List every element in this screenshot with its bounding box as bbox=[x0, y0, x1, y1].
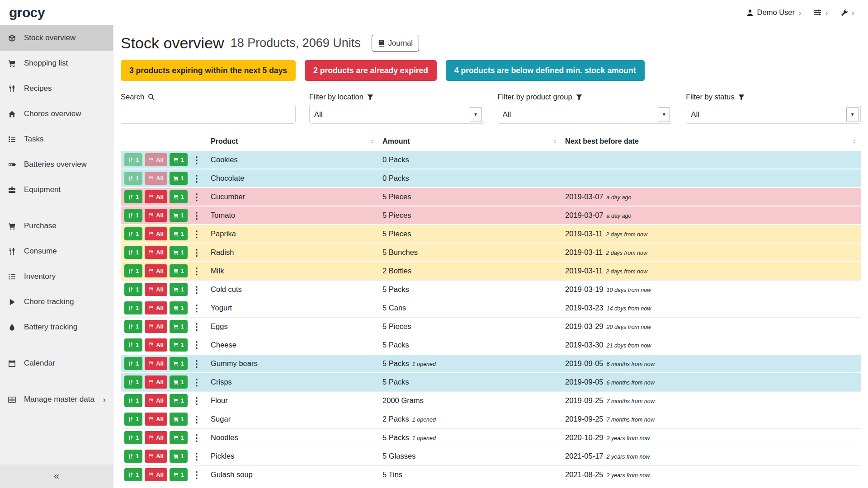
amount-column-header[interactable]: Amount bbox=[379, 135, 561, 150]
row-menu-button[interactable]: ⋮ bbox=[190, 452, 203, 461]
add-to-shopping-list-button[interactable]: 1 bbox=[170, 394, 188, 407]
consume-one-button[interactable]: 1 bbox=[124, 301, 142, 314]
row-menu-button[interactable]: ⋮ bbox=[190, 378, 203, 387]
consume-all-button[interactable]: All bbox=[145, 357, 167, 370]
consume-one-button[interactable]: 1 bbox=[124, 431, 142, 444]
alert-expired[interactable]: 2 products are already expired bbox=[305, 60, 437, 81]
consume-one-button[interactable]: 1 bbox=[124, 190, 142, 203]
row-menu-button[interactable]: ⋮ bbox=[190, 192, 203, 202]
product-column-header[interactable]: Product bbox=[207, 135, 379, 150]
add-to-shopping-list-button[interactable]: 1 bbox=[170, 468, 188, 481]
row-menu-button[interactable]: ⋮ bbox=[190, 470, 203, 479]
add-to-shopping-list-button[interactable]: 1 bbox=[170, 320, 188, 333]
row-menu-button[interactable]: ⋮ bbox=[190, 433, 203, 442]
sidebar-item-calendar[interactable]: Calendar bbox=[0, 351, 113, 376]
consume-one-button[interactable]: 1 bbox=[124, 283, 142, 296]
row-menu-button[interactable]: ⋮ bbox=[190, 174, 203, 183]
sidebar-item-consume[interactable]: Consume bbox=[0, 239, 113, 264]
consume-all-button[interactable]: All bbox=[145, 320, 167, 333]
row-menu-button[interactable]: ⋮ bbox=[190, 359, 203, 368]
bbd-column-header[interactable]: Next best before date bbox=[561, 135, 861, 150]
location-filter-select[interactable]: All bbox=[309, 105, 484, 124]
consume-one-button[interactable]: 1 bbox=[124, 338, 142, 352]
add-to-shopping-list-button[interactable]: 1 bbox=[170, 283, 188, 296]
row-menu-button[interactable]: ⋮ bbox=[190, 211, 203, 220]
consume-all-button[interactable]: All bbox=[145, 450, 167, 463]
add-to-shopping-list-button[interactable]: 1 bbox=[170, 246, 188, 259]
sidebar-item-stock-overview[interactable]: Stock overview bbox=[0, 25, 113, 51]
product-row[interactable]: 1All1⋮Chocolate0 Packs bbox=[121, 169, 861, 188]
consume-one-button[interactable]: 1 bbox=[124, 468, 142, 481]
add-to-shopping-list-button[interactable]: 1 bbox=[170, 209, 188, 222]
sidebar-item-manage-master-data[interactable]: Manage master data› bbox=[0, 387, 113, 412]
consume-all-button[interactable]: All bbox=[145, 283, 167, 296]
consume-all-button[interactable]: All bbox=[145, 338, 167, 352]
consume-all-button[interactable]: All bbox=[145, 209, 167, 222]
product-row[interactable]: 1All1⋮Paprika5 Pieces2019-03-112 days fr… bbox=[121, 225, 861, 243]
product-row[interactable]: 1All1⋮Gummy bears5 Packs1 opened2019-09-… bbox=[121, 354, 861, 373]
consume-one-button[interactable]: 1 bbox=[124, 153, 142, 166]
sidebar-item-shopping-list[interactable]: Shopping list bbox=[0, 51, 113, 76]
row-menu-button[interactable]: ⋮ bbox=[190, 267, 203, 276]
consume-one-button[interactable]: 1 bbox=[124, 357, 142, 370]
product-row[interactable]: 1All1⋮Sugar2 Packs1 opened2019-09-257 mo… bbox=[121, 410, 861, 428]
add-to-shopping-list-button[interactable]: 1 bbox=[170, 431, 188, 444]
user-menu[interactable]: Demo User › bbox=[746, 8, 802, 17]
consume-one-button[interactable]: 1 bbox=[124, 450, 142, 463]
sidebar-item-battery-tracking[interactable]: Battery tracking bbox=[0, 314, 113, 340]
sort-icon[interactable] bbox=[552, 139, 558, 145]
sidebar-item-chores-overview[interactable]: Chores overview bbox=[0, 101, 113, 127]
row-menu-button[interactable]: ⋮ bbox=[190, 322, 203, 331]
settings-menu[interactable]: › bbox=[814, 8, 828, 17]
consume-one-button[interactable]: 1 bbox=[124, 394, 142, 407]
add-to-shopping-list-button[interactable]: 1 bbox=[170, 153, 188, 166]
add-to-shopping-list-button[interactable]: 1 bbox=[170, 264, 188, 277]
consume-all-button[interactable]: All bbox=[145, 431, 167, 444]
consume-one-button[interactable]: 1 bbox=[124, 264, 142, 277]
consume-all-button[interactable]: All bbox=[145, 468, 167, 481]
consume-all-button[interactable]: All bbox=[145, 264, 167, 277]
product-row[interactable]: 1All1⋮Eggs5 Pieces2019-03-2920 days from… bbox=[121, 317, 861, 336]
consume-all-button[interactable]: All bbox=[145, 413, 167, 426]
row-menu-button[interactable]: ⋮ bbox=[190, 285, 203, 294]
sidebar-item-chore-tracking[interactable]: Chore tracking bbox=[0, 289, 113, 314]
consume-one-button[interactable]: 1 bbox=[124, 227, 142, 240]
product-row[interactable]: 1All1⋮Noodles5 Packs1 opened2020-10-292 … bbox=[121, 428, 861, 447]
consume-one-button[interactable]: 1 bbox=[124, 172, 142, 185]
consume-all-button[interactable]: All bbox=[145, 246, 167, 259]
consume-one-button[interactable]: 1 bbox=[124, 413, 142, 426]
product-row[interactable]: 1All1⋮Cold cuts5 Packs2019-03-1910 days … bbox=[121, 280, 861, 299]
add-to-shopping-list-button[interactable]: 1 bbox=[170, 450, 188, 463]
product-row[interactable]: 1All1⋮Cucumber5 Pieces2019-03-07a day ag… bbox=[121, 188, 861, 206]
row-menu-button[interactable]: ⋮ bbox=[190, 155, 203, 164]
consume-all-button[interactable]: All bbox=[145, 227, 167, 240]
product-row[interactable]: 1All1⋮Flour2000 Grams2019-09-257 months … bbox=[121, 391, 861, 410]
consume-all-button[interactable]: All bbox=[145, 375, 167, 389]
add-to-shopping-list-button[interactable]: 1 bbox=[170, 338, 188, 352]
consume-all-button[interactable]: All bbox=[145, 153, 167, 166]
add-to-shopping-list-button[interactable]: 1 bbox=[170, 190, 188, 203]
sort-icon[interactable] bbox=[369, 139, 375, 145]
add-to-shopping-list-button[interactable]: 1 bbox=[170, 357, 188, 370]
consume-one-button[interactable]: 1 bbox=[124, 375, 142, 389]
consume-one-button[interactable]: 1 bbox=[124, 246, 142, 259]
consume-one-button[interactable]: 1 bbox=[124, 209, 142, 222]
search-input[interactable] bbox=[121, 105, 296, 124]
product-row[interactable]: 1All1⋮Milk2 Bottles2019-03-112 days from… bbox=[121, 262, 861, 280]
product-row[interactable]: 1All1⋮Radish5 Bunches2019-03-112 days fr… bbox=[121, 243, 861, 262]
product-row[interactable]: 1All1⋮Crisps5 Packs2019-09-056 months fr… bbox=[121, 373, 861, 391]
add-to-shopping-list-button[interactable]: 1 bbox=[170, 227, 188, 240]
row-menu-button[interactable]: ⋮ bbox=[190, 340, 203, 349]
consume-all-button[interactable]: All bbox=[145, 301, 167, 314]
sidebar-item-purchase[interactable]: Purchase bbox=[0, 213, 113, 239]
sort-icon[interactable] bbox=[851, 139, 857, 145]
sidebar-item-recipes[interactable]: Recipes bbox=[0, 76, 113, 101]
product-row[interactable]: 1All1⋮Cookies0 Packs bbox=[121, 150, 861, 169]
product-group-filter-select[interactable]: All bbox=[498, 105, 673, 124]
consume-all-button[interactable]: All bbox=[145, 190, 167, 203]
consume-all-button[interactable]: All bbox=[145, 394, 167, 407]
row-menu-button[interactable]: ⋮ bbox=[190, 230, 203, 239]
add-to-shopping-list-button[interactable]: 1 bbox=[170, 301, 188, 314]
sidebar-item-equipment[interactable]: Equipment bbox=[0, 177, 113, 202]
alert-expiring[interactable]: 3 products expiring within the next 5 da… bbox=[121, 60, 296, 81]
